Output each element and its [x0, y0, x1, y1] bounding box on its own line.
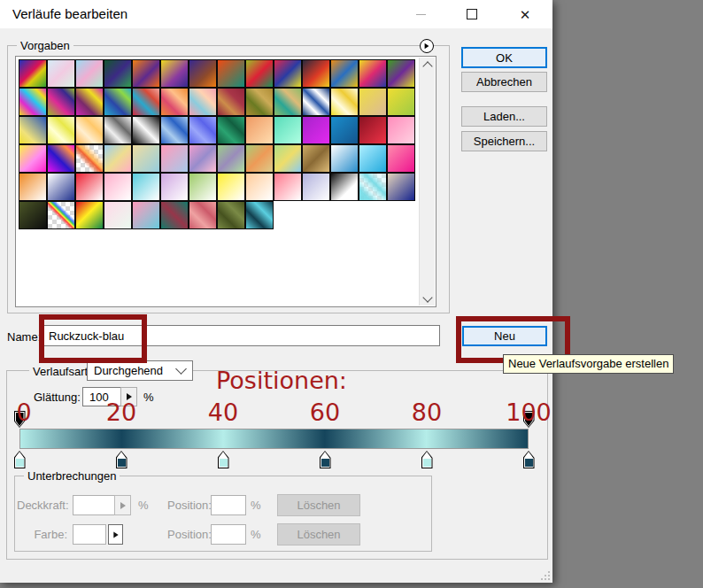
gradient-preset-swatch[interactable]: [330, 173, 359, 201]
scroll-down-button[interactable]: [420, 291, 435, 306]
gradient-preset-swatch[interactable]: [245, 116, 274, 144]
scroll-up-button[interactable]: [420, 58, 435, 72]
gradient-preset-swatch[interactable]: [245, 201, 274, 229]
gradient-preset-swatch[interactable]: [245, 144, 274, 173]
gradient-preset-swatch[interactable]: [104, 144, 132, 173]
gradient-preset-swatch[interactable]: [387, 59, 415, 88]
gradient-preset-swatch[interactable]: [132, 88, 160, 116]
gradient-preset-swatch[interactable]: [302, 116, 330, 144]
gradient-preset-swatch[interactable]: [160, 173, 189, 201]
gradient-preset-swatch[interactable]: [47, 173, 75, 201]
color-stop-marker[interactable]: [523, 451, 535, 468]
gradient-preset-swatch[interactable]: [330, 116, 359, 144]
gradient-preset-swatch[interactable]: [302, 144, 330, 173]
gradient-preset-swatch[interactable]: [217, 88, 245, 116]
gradient-preset-swatch[interactable]: [132, 144, 160, 173]
gradient-preset-swatch[interactable]: [274, 173, 302, 201]
gradient-preset-swatch[interactable]: [387, 173, 415, 201]
gradient-preset-swatch[interactable]: [19, 201, 47, 229]
gradient-preset-swatch[interactable]: [217, 173, 245, 201]
gradient-preset-swatch[interactable]: [217, 116, 245, 144]
close-button[interactable]: ✕: [511, 1, 539, 27]
gradient-preset-swatch[interactable]: [387, 144, 415, 173]
gradient-preset-swatch[interactable]: [132, 59, 160, 88]
color-stop-marker[interactable]: [14, 451, 26, 468]
gradient-preset-swatch[interactable]: [302, 173, 330, 201]
gradient-preset-swatch[interactable]: [75, 59, 104, 88]
gradient-preset-swatch[interactable]: [359, 116, 387, 144]
gradient-preset-swatch[interactable]: [274, 88, 302, 116]
color-stop-marker[interactable]: [218, 451, 229, 468]
gradient-preset-swatch[interactable]: [47, 88, 75, 116]
gradient-preset-swatch[interactable]: [245, 173, 274, 201]
color-stop-marker[interactable]: [320, 451, 331, 468]
gradient-preset-swatch[interactable]: [19, 116, 47, 144]
gradient-preset-swatch[interactable]: [47, 144, 75, 173]
presets-menu-button[interactable]: [420, 39, 434, 53]
gradient-preset-swatch[interactable]: [359, 59, 387, 88]
gradient-preset-swatch[interactable]: [47, 201, 75, 229]
gradient-preset-swatch[interactable]: [104, 88, 132, 116]
gradient-preset-swatch[interactable]: [75, 116, 104, 144]
presets-scrollbar[interactable]: [419, 58, 435, 306]
gradient-preset-swatch[interactable]: [104, 201, 132, 229]
gradient-preset-swatch[interactable]: [274, 59, 302, 88]
minimize-button[interactable]: [406, 1, 435, 27]
gradient-preset-swatch[interactable]: [132, 201, 160, 229]
gradient-preset-swatch[interactable]: [359, 144, 387, 173]
gradient-preset-swatch[interactable]: [189, 173, 217, 201]
title-bar[interactable]: Verläufe bearbeiten ✕: [0, 0, 552, 28]
gradient-preset-swatch[interactable]: [274, 116, 302, 144]
gradient-preset-swatch[interactable]: [189, 201, 217, 229]
gradient-preset-swatch[interactable]: [75, 88, 104, 116]
gradient-preset-swatch[interactable]: [19, 144, 47, 173]
gradient-preset-swatch[interactable]: [387, 88, 415, 116]
gradient-preset-swatch[interactable]: [330, 144, 359, 173]
gradient-preset-swatch[interactable]: [104, 116, 132, 144]
gradient-preset-swatch[interactable]: [132, 116, 160, 144]
gradient-preset-swatch[interactable]: [359, 88, 387, 116]
gradient-preset-swatch[interactable]: [217, 144, 245, 173]
gradient-preset-swatch[interactable]: [189, 116, 217, 144]
color-stop-marker[interactable]: [421, 451, 433, 468]
gradient-type-dropdown[interactable]: Durchgehend: [87, 360, 193, 381]
gradient-preset-swatch[interactable]: [359, 173, 387, 201]
gradient-preset-swatch[interactable]: [330, 88, 359, 116]
load-button[interactable]: Laden...: [461, 106, 547, 127]
gradient-preset-swatch[interactable]: [302, 59, 330, 88]
gradient-preset-swatch[interactable]: [189, 88, 217, 116]
save-button[interactable]: Speichern...: [461, 131, 547, 151]
gradient-preset-swatch[interactable]: [245, 59, 274, 88]
gradient-preset-swatch[interactable]: [104, 59, 132, 88]
gradient-preset-swatch[interactable]: [47, 59, 75, 88]
gradient-preset-swatch[interactable]: [387, 116, 415, 144]
ok-button[interactable]: OK: [461, 47, 547, 68]
gradient-preset-swatch[interactable]: [132, 173, 160, 201]
gradient-preset-swatch[interactable]: [274, 144, 302, 173]
gradient-preset-swatch[interactable]: [302, 88, 330, 116]
gradient-preset-swatch[interactable]: [245, 88, 274, 116]
gradient-preset-swatch[interactable]: [19, 173, 47, 201]
gradient-preset-swatch[interactable]: [160, 88, 189, 116]
gradient-preset-swatch[interactable]: [160, 59, 189, 88]
gradient-preset-swatch[interactable]: [19, 88, 47, 116]
gradient-preset-swatch[interactable]: [189, 59, 217, 88]
gradient-preset-swatch[interactable]: [217, 59, 245, 88]
gradient-preset-swatch[interactable]: [19, 59, 47, 88]
gradient-preset-swatch[interactable]: [75, 144, 104, 173]
gradient-preset-swatch[interactable]: [330, 59, 359, 88]
gradient-bar[interactable]: [19, 429, 529, 449]
gradient-preset-swatch[interactable]: [160, 116, 189, 144]
gradient-preset-swatch[interactable]: [104, 173, 132, 201]
color-stop-marker[interactable]: [116, 451, 127, 468]
maximize-button[interactable]: [458, 1, 486, 27]
gradient-preset-swatch[interactable]: [75, 201, 104, 229]
gradient-preset-swatch[interactable]: [160, 144, 189, 173]
cancel-button[interactable]: Abbrechen: [461, 72, 547, 92]
gradient-preset-swatch[interactable]: [189, 144, 217, 173]
gradient-preset-swatch[interactable]: [47, 116, 75, 144]
gradient-preset-swatch[interactable]: [75, 173, 104, 201]
resize-grip[interactable]: [541, 571, 550, 580]
gradient-preset-swatch[interactable]: [160, 201, 189, 229]
gradient-preset-swatch[interactable]: [217, 201, 245, 229]
